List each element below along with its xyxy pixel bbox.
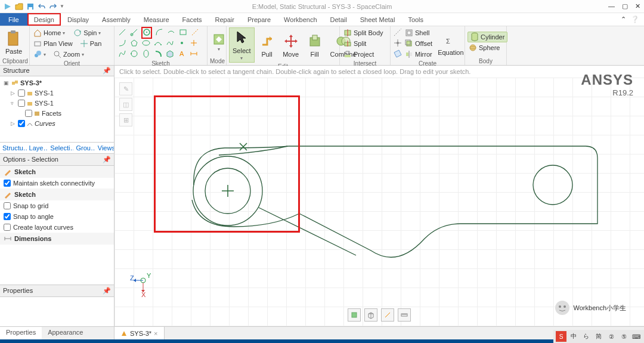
viewport[interactable]: Click to select. Double-click to select … [114,66,644,326]
arc2-tool[interactable] [167,28,175,38]
circle3-tool[interactable] [130,50,138,59]
tree-item[interactable]: Facets [1,108,113,118]
tangent-line-tool[interactable] [130,28,138,38]
text-tool[interactable]: A [178,50,186,59]
option-maintain[interactable]: Maintain sketch connectivity [0,178,114,189]
tab-design[interactable]: Design [27,13,61,26]
maximize-button[interactable]: ▢ [622,2,628,10]
tab-display[interactable]: Display [61,13,95,26]
tab-tools[interactable]: Tools [401,13,430,26]
minimize-button[interactable]: — [608,2,615,10]
tab-facets[interactable]: Facets [176,13,209,26]
shell-button[interactable]: Shell [404,27,434,38]
file-menu[interactable]: File [0,13,27,26]
tab-repair[interactable]: Repair [209,13,241,26]
tab-appearance[interactable]: Appearance [42,327,89,339]
view-iso-icon[interactable] [364,308,377,322]
point-tool[interactable] [178,39,186,48]
tree-item[interactable]: ▷Curves [1,118,113,128]
pull-button[interactable]: Pull [256,27,278,63]
section-sketch: Sketch [0,166,114,178]
tab-layers[interactable]: Laye… [27,143,48,153]
cylinder-button[interactable]: Cylinder [467,32,507,42]
mode-button[interactable]: ▾ [210,27,228,57]
help-icon[interactable]: ❔ [631,16,639,23]
spline2-tool[interactable] [118,50,126,59]
equation-button[interactable]: ΣEquation [435,27,466,60]
project-button[interactable]: Project [342,49,385,60]
line-tool[interactable] [118,28,126,38]
tray-simp-icon[interactable]: 简 [593,331,604,342]
mirror-button[interactable]: Mirror [404,49,434,60]
tray-icon-4[interactable]: ② [606,331,617,342]
paste-button[interactable]: Paste [2,27,25,57]
3pt-arc-tool[interactable] [154,39,162,48]
tab-workbench[interactable]: Workbench [277,13,323,26]
panel-pin-icon[interactable]: 📌 [103,67,111,75]
tab-measure[interactable]: Measure [137,13,176,26]
move-button[interactable]: Move [280,27,302,63]
face-tool[interactable] [166,50,174,59]
tray-lang-icon[interactable]: 中 [568,331,579,342]
construction-tool[interactable] [191,28,199,38]
tab-assembly[interactable]: Assembly [95,13,137,26]
poly-tool[interactable] [130,39,138,48]
document-tab[interactable]: SYS-3* × [114,327,165,339]
close-button[interactable]: ✕ [635,2,640,10]
ribbon-minimize-icon[interactable]: ⌃ [621,16,626,23]
tab-views[interactable]: Views [95,143,114,153]
rect-tool[interactable] [179,28,187,38]
tab-selection[interactable]: Selecti… [48,143,73,153]
save-icon[interactable] [26,2,35,11]
trim-tool[interactable] [190,39,198,48]
tab-sheetmetal[interactable]: Sheet Metal [354,13,402,26]
arc-tool[interactable] [155,28,163,38]
dim-tool[interactable] [190,50,198,59]
tab-prepare[interactable]: Prepare [241,13,277,26]
tab-detail[interactable]: Detail [324,13,354,26]
tab-properties[interactable]: Properties [0,327,42,339]
home-view-button[interactable]: Home▾Spin▾ [32,27,112,38]
offset-button[interactable]: Offset [404,38,434,49]
fill-button[interactable]: Fill [304,27,326,63]
redo-icon[interactable] [48,2,58,11]
tab-structure[interactable]: Structu… [0,143,27,153]
tree-item[interactable]: ▷SYS-1 [1,88,113,98]
view-ruler-icon[interactable] [398,308,411,322]
point-tool2[interactable] [393,38,402,49]
view-sketch-icon[interactable] [381,308,394,322]
tray-icon-5[interactable]: ⑤ [618,331,629,342]
run-icon[interactable] [3,2,13,11]
sweep-tool[interactable] [154,50,162,59]
splitbody-button[interactable]: Split Body [342,27,385,38]
plan-view-button[interactable]: Plan ViewPan [32,38,112,49]
option-layout-curves[interactable]: Create layout curves [0,222,114,233]
zoom-button[interactable]: ▾Zoom▾ [32,49,112,60]
tab-groups[interactable]: Grou… [73,143,95,153]
qat-dropdown-icon[interactable]: ▼ [60,4,64,9]
axis-tool[interactable] [393,27,402,38]
ellipse2-tool[interactable] [142,50,150,59]
ellipse-tool[interactable] [142,39,150,48]
spline-tool[interactable] [166,39,174,48]
orientation-triad[interactable]: ZYX [130,270,154,293]
option-snap-grid[interactable]: Snap to grid [0,200,114,211]
sphere-button[interactable]: Sphere [467,42,507,53]
svg-rect-39 [15,81,18,84]
tangent-arc-tool[interactable] [118,39,126,48]
close-tab-icon[interactable]: × [154,330,157,337]
tray-kana-icon[interactable]: ら [581,331,592,342]
tray-ime-icon[interactable]: S [556,331,566,342]
tree-item[interactable]: ▿SYS-1 [1,98,113,108]
view-home-icon[interactable] [348,308,361,322]
split-button[interactable]: Split [342,38,385,49]
select-button[interactable]: Select▾ [229,27,255,63]
open-icon[interactable] [14,2,24,11]
tree-root[interactable]: ▣SYS-3* [1,78,113,88]
undo-icon[interactable] [37,2,47,11]
structure-tree[interactable]: ▣SYS-3* ▷SYS-1 ▿SYS-1 Facets ▷Curves [0,76,114,142]
circle-tool[interactable] [142,27,151,38]
tray-keyboard-icon[interactable]: ⌨ [631,331,642,342]
option-snap-angle[interactable]: Snap to angle [0,211,114,222]
plane-tool[interactable] [393,49,402,60]
